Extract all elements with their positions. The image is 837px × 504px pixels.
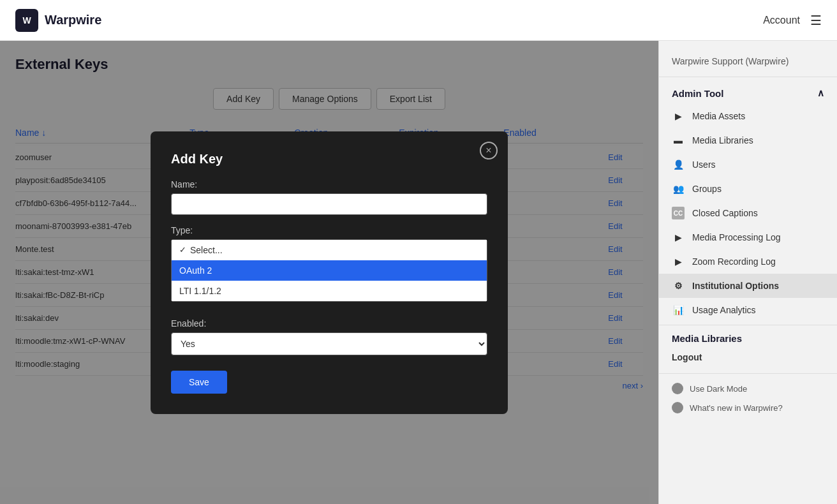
logo-name: Warpwire	[45, 13, 101, 27]
media-libraries-icon: ▬	[672, 134, 685, 147]
users-icon: 👤	[672, 158, 685, 171]
name-label: Name:	[171, 179, 487, 189]
header: W Warpwire Account ☰	[0, 0, 837, 41]
sidebar: Warpwire Support (Warpwire) Admin Tool ∧…	[658, 41, 837, 504]
admin-tool-label: Admin Tool	[672, 88, 723, 99]
sidebar-item-media-processing-log[interactable]: ▶ Media Processing Log	[659, 225, 837, 249]
whats-new-label: What's new in Warpwire?	[690, 403, 783, 413]
institutional-options-icon: ⚙	[672, 279, 685, 292]
sidebar-footer: Use Dark Mode What's new in Warpwire?	[659, 373, 837, 422]
type-label: Type:	[171, 225, 487, 235]
modal-title: Add Key	[171, 152, 487, 167]
sidebar-item-media-libraries[interactable]: ▬ Media Libraries	[659, 128, 837, 152]
account-label: Account	[763, 15, 800, 26]
sidebar-item-closed-captions[interactable]: CC Closed Captions	[659, 201, 837, 225]
header-right: Account ☰	[763, 13, 822, 28]
media-libraries-section: Media Libraries	[659, 325, 837, 346]
sidebar-item-institutional-options[interactable]: ⚙ Institutional Options	[659, 274, 837, 298]
sidebar-item-label: Users	[692, 159, 716, 170]
sidebar-item-media-assets[interactable]: ▶ Media Assets	[659, 104, 837, 128]
layout: External Keys Add Key Manage Options Exp…	[0, 41, 837, 504]
media-assets-icon: ▶	[672, 110, 685, 122]
enabled-label: Enabled:	[171, 318, 487, 329]
sidebar-item-label: Institutional Options	[692, 281, 779, 291]
sidebar-item-groups[interactable]: 👥 Groups	[659, 177, 837, 201]
whats-new-icon	[672, 402, 683, 413]
dark-mode-toggle[interactable]: Use Dark Mode	[672, 379, 824, 398]
logout-button[interactable]: Logout	[659, 346, 837, 368]
hamburger-menu-icon[interactable]: ☰	[810, 13, 822, 28]
logo-letter: W	[22, 15, 31, 26]
sidebar-item-label: Media Libraries	[692, 135, 753, 145]
name-input[interactable]	[171, 193, 487, 215]
sidebar-item-label: Media Assets	[692, 111, 745, 121]
modal-overlay: × Add Key Name: Type: ✓ Select...	[0, 41, 658, 504]
sidebar-item-label: Usage Analytics	[692, 305, 756, 315]
sidebar-item-usage-analytics[interactable]: 📊 Usage Analytics	[659, 298, 837, 322]
type-dropdown[interactable]: ✓ Select... OAuth 2 LTI 1.1/1.2	[171, 239, 487, 302]
add-key-modal: × Add Key Name: Type: ✓ Select...	[151, 131, 508, 414]
admin-tool-header[interactable]: Admin Tool ∧	[659, 82, 837, 104]
sidebar-item-label: Closed Captions	[692, 208, 758, 218]
admin-tool-chevron: ∧	[817, 87, 824, 99]
sidebar-item-users[interactable]: 👤 Users	[659, 152, 837, 177]
sidebar-item-label: Media Processing Log	[692, 232, 781, 242]
usage-analytics-icon: 📊	[672, 304, 685, 316]
modal-close-button[interactable]: ×	[480, 142, 498, 159]
sidebar-item-label: Groups	[692, 184, 722, 194]
groups-icon: 👥	[672, 182, 685, 195]
save-button[interactable]: Save	[171, 371, 227, 394]
type-field-group: Type: ✓ Select... OAuth 2 LTI 1.1/1.2	[171, 225, 487, 302]
media-processing-log-icon: ▶	[672, 231, 685, 244]
whats-new-link[interactable]: What's new in Warpwire?	[672, 398, 824, 417]
main-content: External Keys Add Key Manage Options Exp…	[0, 41, 658, 504]
type-select-wrapper: ✓ Select... OAuth 2 LTI 1.1/1.2	[171, 239, 487, 302]
name-field-group: Name:	[171, 179, 487, 215]
sidebar-item-zoom-recording-log[interactable]: ▶ Zoom Recording Log	[659, 249, 837, 274]
closed-captions-icon: CC	[672, 207, 685, 219]
enabled-select[interactable]: Yes No	[171, 332, 487, 355]
zoom-recording-log-icon: ▶	[672, 255, 685, 268]
logo: W Warpwire	[15, 9, 101, 32]
sidebar-item-label: Zoom Recording Log	[692, 256, 776, 267]
dropdown-option-lti[interactable]: LTI 1.1/1.2	[172, 281, 487, 301]
dark-mode-label: Use Dark Mode	[690, 384, 747, 394]
dropdown-option-select[interactable]: ✓ Select...	[172, 240, 487, 260]
dropdown-option-oauth2[interactable]: OAuth 2	[172, 260, 487, 281]
sidebar-user: Warpwire Support (Warpwire)	[659, 51, 837, 77]
enabled-field-group: Enabled: Yes No	[171, 318, 487, 355]
dark-mode-icon	[672, 383, 683, 394]
logo-icon: W	[15, 9, 38, 32]
